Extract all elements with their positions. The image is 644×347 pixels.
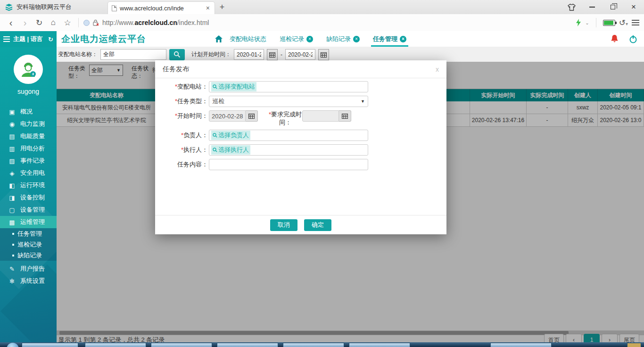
sidebar-item-usage-analysis[interactable]: ▥用电分析: [0, 142, 57, 155]
sidebar-item-event-records[interactable]: ▨事件记录: [0, 155, 57, 167]
taskbar-app-button[interactable]: [151, 343, 212, 347]
browser-tab[interactable]: www.acrelcloud.cn/inde ×: [107, 1, 215, 14]
owner-picker-link[interactable]: 选择负责人: [211, 131, 250, 140]
device-control-icon: ◨: [8, 194, 16, 201]
home-button[interactable]: ⌂: [47, 18, 59, 27]
sidebar-toggle-icon[interactable]: [3, 36, 10, 42]
browser-menu-button[interactable]: [632, 20, 639, 25]
sidebar-item-safe-power[interactable]: ◈安全用电: [0, 167, 57, 179]
station-picker-link[interactable]: 选择变配电站: [211, 82, 256, 91]
field-start-time: *开始时间： 2020-02-28 *要求完成时间：: [155, 110, 446, 126]
back-button[interactable]: ‹: [5, 18, 17, 27]
close-window-button[interactable]: ×: [623, 0, 644, 14]
taskbar-app-button[interactable]: [283, 343, 344, 347]
sidebar-item-device-management[interactable]: ▢设备管理: [0, 204, 57, 216]
sidebar-item-label: 系统设置: [20, 277, 45, 285]
url-host: acrelcloud.cn: [134, 19, 177, 26]
deadline-label: 要求完成时间：: [271, 111, 302, 126]
task-content-input[interactable]: [209, 159, 368, 170]
home-tab-button[interactable]: [215, 35, 223, 43]
sidebar-item-system-settings[interactable]: ✻系统设置: [0, 275, 57, 287]
task-type-select[interactable]: 巡检 ▼: [209, 96, 368, 107]
tab-close-icon[interactable]: ×: [306, 36, 313, 42]
sidebar-item-overview[interactable]: ▣概况: [0, 106, 57, 118]
sidebar-subitem-inspection-records[interactable]: 巡检记录: [0, 239, 57, 250]
sidebar-item-device-control[interactable]: ◨设备控制: [0, 191, 57, 204]
boost-lightning-icon[interactable]: [576, 19, 581, 26]
search-icon: [213, 148, 217, 152]
browser-addressbar: ‹ › ↻ ⌂ ☆ http://www.acrelcloud.cn/index…: [0, 14, 644, 31]
tab-inspection-records[interactable]: 巡检记录 ×: [280, 31, 313, 47]
battery-icon[interactable]: [603, 20, 615, 26]
modal-close-icon[interactable]: x: [436, 66, 439, 73]
taskbar-app-button[interactable]: [85, 343, 146, 347]
sidebar-item-label: 电能质量: [20, 132, 45, 140]
url-field[interactable]: http://www.acrelcloud.cn/index.html: [83, 19, 574, 26]
cancel-button[interactable]: 取消: [270, 219, 297, 231]
sidebar-item-power-monitor[interactable]: ◉电力监测: [0, 118, 57, 130]
new-tab-button[interactable]: +: [215, 0, 229, 14]
search-icon: [213, 84, 217, 89]
sidebar-item-environment[interactable]: ◧运行环境: [0, 179, 57, 191]
theme-language-box[interactable]: 主题 | 语言 ↻: [0, 31, 57, 47]
app-title: 企业电力运维云平台: [57, 33, 172, 45]
calendar-button[interactable]: [339, 110, 351, 122]
tab-close-icon[interactable]: ×: [205, 4, 211, 12]
tab-close-icon[interactable]: ×: [353, 36, 360, 42]
executor-picker-input[interactable]: 选择执行人: [209, 144, 368, 156]
ok-button[interactable]: 确定: [304, 219, 331, 231]
filter-row-1: 变配电站名称： 计划开始时间： -: [57, 47, 644, 62]
sidebar-item-label: 电力监测: [20, 120, 45, 128]
owner-picker-input[interactable]: 选择负责人: [209, 130, 368, 141]
sidebar-subitem-task-management[interactable]: 任务管理: [0, 228, 57, 239]
start-orb-icon[interactable]: [7, 343, 19, 347]
home-icon: [215, 35, 223, 43]
calendar-button[interactable]: [267, 49, 278, 60]
addressbar-right-tools: ⌄ ↺▾: [576, 18, 639, 28]
tab-defect-records[interactable]: 缺陷记录 ×: [326, 31, 360, 47]
taskbar-app-button[interactable]: [22, 343, 78, 347]
executor-picker-link[interactable]: 选择执行人: [211, 145, 250, 155]
bookmark-star-button[interactable]: ☆: [61, 18, 74, 28]
tab-task-management[interactable]: 任务管理 ×: [373, 31, 406, 47]
logout-power-icon[interactable]: [629, 35, 637, 43]
station-picker-input[interactable]: 选择变配电站: [209, 81, 368, 92]
alarm-bell-icon[interactable]: [611, 34, 619, 43]
restore-button[interactable]: [603, 0, 623, 14]
plan-start-date-input[interactable]: [234, 49, 264, 60]
subitem-label: 任务管理: [17, 230, 42, 238]
sidebar-item-om-management[interactable]: ▩运维管理: [0, 216, 57, 228]
sidebar-item-label: 安全用电: [20, 169, 45, 177]
taskbar-app-button[interactable]: [490, 343, 552, 347]
undo-closed-tab-button[interactable]: ↺▾: [619, 18, 628, 28]
taskbar-app-button[interactable]: [349, 343, 410, 347]
minimize-button[interactable]: [582, 0, 603, 14]
tab-close-icon[interactable]: ×: [400, 36, 406, 42]
avatar[interactable]: [14, 55, 43, 84]
plan-end-date-input[interactable]: [285, 49, 315, 60]
sidebar-subitem-defect-records[interactable]: 缺陷记录: [0, 250, 57, 261]
bullet-icon: [12, 244, 14, 246]
skin-button[interactable]: [561, 0, 582, 14]
windows-taskbar[interactable]: [0, 342, 644, 347]
refresh-button[interactable]: ↻: [33, 18, 45, 28]
taskbar-tray[interactable]: [627, 343, 641, 347]
start-date-input[interactable]: 2020-02-28: [209, 110, 246, 122]
boost-chevron-icon[interactable]: ⌄: [585, 20, 589, 25]
forward-button[interactable]: ›: [19, 18, 31, 27]
search-button[interactable]: [169, 49, 185, 60]
sidebar-item-power-quality[interactable]: ▤电能质量: [0, 130, 57, 142]
titlebar-spacer: [229, 0, 561, 14]
station-filter-input[interactable]: [100, 49, 166, 60]
taskbar-app-button[interactable]: [217, 343, 278, 347]
calendar-button[interactable]: [246, 110, 258, 122]
sidebar-item-user-report[interactable]: ✎用户报告: [0, 263, 57, 275]
tab-label: 变配电站状态: [230, 35, 266, 43]
tab-station-status[interactable]: 变配电站状态: [230, 31, 266, 47]
url-path: /index.html: [177, 19, 209, 26]
refresh-icon[interactable]: ↻: [48, 36, 53, 43]
page-icon: [112, 5, 117, 11]
deadline-date-input[interactable]: [302, 110, 339, 122]
calendar-button[interactable]: [318, 49, 329, 60]
task-type-value: 巡检: [212, 97, 224, 106]
